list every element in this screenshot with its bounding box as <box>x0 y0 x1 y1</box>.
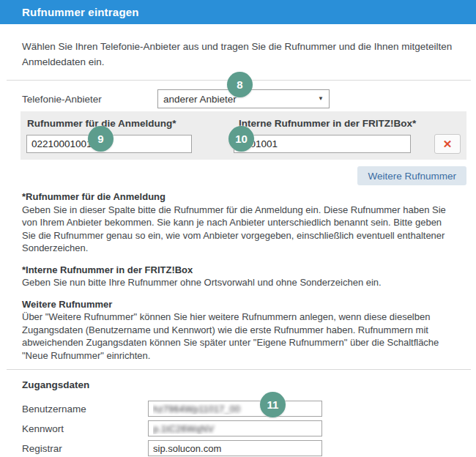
dialog-titlebar: Rufnummer eintragen <box>0 0 476 24</box>
registrar-label: Registrar <box>22 443 148 454</box>
username-row: Benutzername <box>22 401 454 417</box>
delete-number-button[interactable]: ✕ <box>434 134 461 154</box>
help-title-registration: *Rufnummer für die Anmeldung <box>22 190 458 204</box>
credentials-section: Zugangsdaten Benutzername Kennwort Regis… <box>22 379 454 457</box>
internal-number-cell <box>234 135 434 153</box>
rufnummer-dialog: Rufnummer eintragen Wählen Sie Ihren Tel… <box>0 0 476 457</box>
credentials-title: Zugangsdaten <box>22 379 454 390</box>
divider-credentials <box>7 369 471 370</box>
column-header-internal: Interne Rufnummer in der FRITZ!Box* <box>239 118 461 129</box>
help-section-internal: *Interne Rufnummer in der FRITZ!Box Gebe… <box>22 264 458 289</box>
add-number-button[interactable]: Weitere Rufnummer <box>357 166 466 185</box>
column-header-registration: Rufnummer für die Anmeldung* <box>27 118 239 129</box>
username-input[interactable] <box>148 401 322 417</box>
help-body-more-numbers: Über "Weitere Rufnummer" können Sie hier… <box>22 311 458 362</box>
help-text-block: *Rufnummer für die Anmeldung Geben Sie i… <box>22 190 458 362</box>
provider-label: Telefonie-Anbieter <box>22 94 157 105</box>
help-title-more-numbers: Weitere Rufnummer <box>22 298 458 311</box>
help-title-internal: *Interne Rufnummer in der FRITZ!Box <box>22 264 458 277</box>
registration-number-cell <box>26 135 234 153</box>
help-body-registration: Geben Sie in dieser Spalte bitte die Ruf… <box>22 204 458 255</box>
password-input[interactable] <box>148 420 322 436</box>
help-section-more-numbers: Weitere Rufnummer Über "Weitere Rufnumme… <box>22 298 458 363</box>
username-label: Benutzername <box>22 404 148 415</box>
step-badge-10: 10 <box>228 126 254 152</box>
password-row: Kennwort <box>22 420 454 436</box>
help-body-internal: Geben Sie nun bitte Ihre Rufnummer ohne … <box>22 276 458 289</box>
page-title: Rufnummer eintragen <box>22 6 139 18</box>
registrar-row: Registrar <box>22 440 454 456</box>
delete-cell: ✕ <box>434 134 461 154</box>
intro-text: Wählen Sie Ihren Telefonie-Anbieter aus … <box>22 39 458 70</box>
delete-icon: ✕ <box>443 138 453 149</box>
step-badge-8: 8 <box>227 72 253 97</box>
password-label: Kennwort <box>22 423 148 434</box>
step-badge-9: 9 <box>88 126 114 152</box>
add-row: Weitere Rufnummer <box>0 166 466 185</box>
help-section-registration: *Rufnummer für die Anmeldung Geben Sie i… <box>22 190 458 255</box>
registrar-input[interactable] <box>148 440 322 456</box>
internal-number-input[interactable] <box>234 135 411 153</box>
step-badge-11: 11 <box>260 392 286 417</box>
